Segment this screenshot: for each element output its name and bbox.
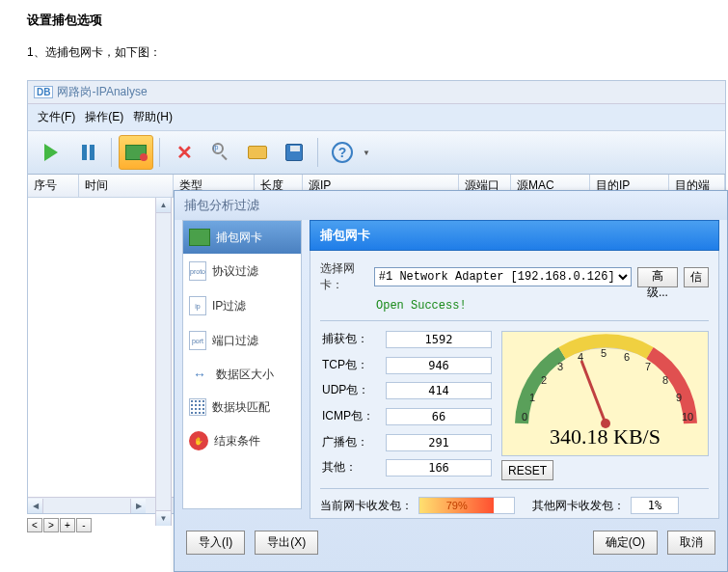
ip-lookup-button[interactable]: ip	[203, 135, 238, 170]
advanced-button[interactable]: 高级...	[637, 267, 678, 287]
tcp-value: 946	[386, 357, 492, 374]
tcp-label: TCP包：	[320, 357, 380, 378]
scroll-down-icon[interactable]: ▼	[156, 510, 171, 526]
page-port-icon: port	[189, 331, 206, 350]
stats-grid: 捕获包： 1592 TCP包： 946 UDP包： 414 ICMP包： 66 …	[320, 331, 492, 480]
sidebar-item-nic[interactable]: 捕包网卡	[183, 221, 301, 254]
dialog-footer: 导入(I) 导出(X) 确定(O) 取消	[175, 519, 727, 555]
col-time[interactable]: 时间	[79, 175, 174, 197]
current-traffic-fill: 79%	[419, 498, 494, 513]
play-icon	[44, 144, 58, 161]
current-traffic-label: 当前网卡收发包：	[320, 498, 413, 514]
gauge-speed-value: 340.18 KB/S	[502, 424, 708, 449]
page-proto-icon: proto	[189, 261, 206, 281]
disk-icon	[285, 144, 303, 161]
play-button[interactable]	[34, 135, 68, 170]
capture-settings-button[interactable]	[119, 135, 153, 170]
other-traffic-label: 其他网卡收发包：	[532, 498, 625, 514]
help-button[interactable]: ?	[325, 135, 360, 170]
other-traffic-value: 1%	[631, 497, 679, 514]
import-button[interactable]: 导入(I)	[186, 531, 245, 555]
svg-text:7: 7	[645, 361, 651, 372]
current-traffic-bar: 79%	[418, 497, 515, 514]
sidebar-item-datasize[interactable]: ↔ 数据区大小	[183, 358, 301, 391]
open-button[interactable]	[240, 135, 275, 170]
magnifier-ip-icon: ip	[210, 143, 231, 162]
scroll-right-icon[interactable]: ▶	[130, 499, 146, 513]
vertical-scrollbar[interactable]: ▲ ▼	[155, 198, 172, 526]
nav-next-button[interactable]: >	[43, 518, 59, 532]
x-icon: ✕	[176, 141, 193, 164]
sidebar-item-label: 数据区大小	[216, 367, 274, 383]
ok-button[interactable]: 确定(O)	[593, 531, 658, 555]
sidebar-item-label: 捕包网卡	[216, 230, 262, 246]
svg-text:2: 2	[541, 374, 547, 386]
pause-icon	[82, 145, 94, 160]
svg-text:0: 0	[522, 411, 527, 422]
doc-heading: 设置捕包选项	[0, 0, 728, 37]
dialog-content: 捕包网卡 选择网卡： #1 Network Adapter [192.168.0…	[310, 220, 719, 519]
info-button[interactable]: 信	[684, 267, 709, 287]
broadcast-value: 291	[386, 434, 492, 451]
sidebar-item-label: 端口过滤	[212, 333, 258, 349]
other-value: 166	[386, 459, 492, 477]
separator-icon	[159, 138, 161, 167]
filter-dialog: 捕包分析过滤 捕包网卡 proto 协议过滤 ip IP过滤 port 端口过滤…	[174, 190, 728, 572]
scroll-up-icon[interactable]: ▲	[156, 198, 171, 213]
separator-icon	[111, 138, 113, 167]
captured-value: 1592	[386, 331, 492, 348]
help-icon: ?	[332, 142, 353, 163]
col-seq[interactable]: 序号	[28, 175, 79, 197]
sidebar-item-protocol[interactable]: proto 协议过滤	[183, 254, 301, 288]
cancel-button[interactable]: 取消	[667, 531, 715, 555]
dialog-sidebar: 捕包网卡 proto 协议过滤 ip IP过滤 port 端口过滤 ↔ 数据区大…	[182, 220, 302, 509]
menu-file[interactable]: 文件(F)	[34, 107, 79, 127]
icmp-value: 66	[386, 408, 492, 425]
nav-plus-button[interactable]: +	[60, 518, 75, 532]
scroll-left-icon[interactable]: ◀	[28, 499, 43, 513]
sidebar-item-datablock[interactable]: 数据块匹配	[183, 391, 301, 423]
delete-button[interactable]: ✕	[167, 135, 202, 170]
select-nic-label: 选择网卡：	[320, 260, 368, 293]
arrows-icon: ↔	[189, 366, 210, 383]
nav-prev-button[interactable]: <	[27, 518, 42, 532]
chevron-down-icon[interactable]: ▼	[362, 149, 371, 157]
pause-button[interactable]	[70, 135, 105, 170]
svg-text:3: 3	[557, 361, 563, 372]
save-button[interactable]	[277, 135, 311, 170]
menu-help[interactable]: 帮助(H)	[129, 107, 176, 127]
svg-text:1: 1	[529, 392, 535, 403]
status-text: Open Success!	[376, 299, 709, 313]
sidebar-item-port[interactable]: port 端口过滤	[183, 323, 301, 358]
svg-text:5: 5	[601, 347, 607, 359]
menu-action[interactable]: 操作(E)	[81, 107, 127, 127]
sidebar-item-label: 结束条件	[214, 433, 260, 449]
panel-header: 捕包网卡	[310, 220, 719, 251]
dialog-title: 捕包分析过滤	[175, 191, 727, 220]
udp-value: 414	[386, 382, 492, 399]
nic-icon	[189, 229, 210, 246]
udp-label: UDP包：	[320, 382, 380, 403]
toolbar: ✕ ip ? ▼	[28, 131, 725, 175]
page-ip-icon: ip	[189, 296, 206, 315]
nav-minus-button[interactable]: -	[76, 518, 92, 532]
stop-icon: ✋	[189, 431, 208, 450]
folder-icon	[248, 146, 267, 159]
separator-icon	[317, 138, 319, 167]
broadcast-label: 广播包：	[320, 434, 380, 455]
export-button[interactable]: 导出(X)	[255, 531, 318, 555]
svg-text:6: 6	[624, 351, 630, 363]
icmp-label: ICMP包：	[320, 408, 380, 429]
svg-text:10: 10	[682, 411, 693, 422]
svg-text:8: 8	[662, 374, 668, 386]
sidebar-item-label: 数据块匹配	[212, 399, 270, 416]
sidebar-item-ip[interactable]: ip IP过滤	[183, 288, 301, 323]
window-title: 网路岗-IPAnalyse	[57, 84, 147, 100]
reset-button[interactable]: RESET	[501, 460, 553, 480]
titlebar: DB 网路岗-IPAnalyse	[28, 81, 725, 104]
sidebar-item-end[interactable]: ✋ 结束条件	[183, 423, 301, 458]
other-label: 其他：	[320, 459, 380, 480]
adapter-select[interactable]: #1 Network Adapter [192.168.0.126]	[374, 267, 632, 286]
menubar: 文件(F) 操作(E) 帮助(H)	[28, 104, 725, 131]
app-logo-icon: DB	[34, 86, 53, 98]
